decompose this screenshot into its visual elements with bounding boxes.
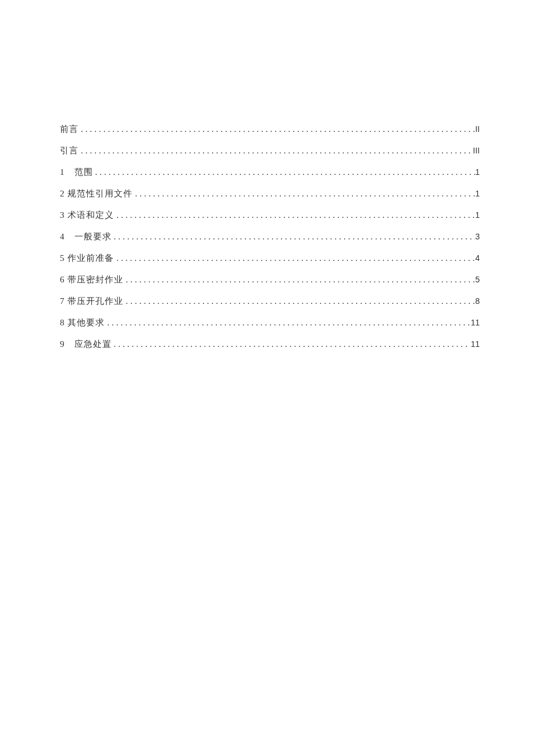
toc-entry: 3 术语和定义 1	[60, 210, 480, 221]
document-page: 前言 II 引言 III 1 范围 1 2 规范性引用文件 1 3 术语和定义 …	[0, 0, 535, 350]
toc-entry: 7 带压开孔作业 8	[60, 296, 480, 307]
toc-page-number: 3	[475, 232, 480, 241]
toc-page-number: 11	[470, 318, 480, 327]
toc-label: 1 范围	[60, 167, 93, 178]
toc-page-number: 11	[470, 339, 480, 349]
toc-leader	[93, 167, 476, 177]
toc-label: 6 带压密封作业	[60, 274, 123, 285]
toc-leader	[112, 232, 476, 242]
toc-leader	[114, 253, 475, 263]
toc-page-number: 1	[475, 167, 480, 177]
toc-label: 2 规范性引用文件	[60, 188, 133, 199]
toc-leader	[112, 339, 471, 349]
toc-label: 引言	[60, 145, 79, 156]
toc-label: 4 一般要求	[60, 231, 112, 242]
toc-label: 3 术语和定义	[60, 210, 114, 221]
toc-leader	[123, 296, 475, 306]
toc-page-number: 4	[475, 253, 480, 263]
toc-page-number: 8	[475, 296, 480, 306]
toc-label: 5 作业前准备	[60, 253, 114, 264]
toc-label: 前言	[60, 124, 79, 135]
toc-leader	[79, 124, 475, 134]
toc-label: 9 应急处置	[60, 339, 112, 350]
toc-entry: 8 其他要求 11	[60, 317, 480, 328]
toc-entry: 前言 II	[60, 124, 480, 135]
toc-leader	[133, 189, 475, 199]
toc-page-number: 1	[475, 210, 480, 220]
toc-entry: 引言 III	[60, 145, 480, 156]
toc-entry: 6 带压密封作业 5	[60, 274, 480, 285]
toc-page-number: III	[473, 146, 480, 155]
toc-leader	[105, 318, 470, 328]
toc-page-number: II	[475, 124, 480, 134]
toc-label: 8 其他要求	[60, 317, 105, 328]
toc-entry: 2 规范性引用文件 1	[60, 188, 480, 199]
toc-page-number: 1	[475, 189, 480, 198]
toc-leader	[123, 275, 475, 285]
toc-entry: 5 作业前准备 4	[60, 253, 480, 264]
toc-entry: 1 范围 1	[60, 167, 480, 178]
toc-label: 7 带压开孔作业	[60, 296, 123, 307]
toc-leader	[79, 146, 473, 156]
toc-leader	[114, 210, 475, 220]
toc-page-number: 5	[475, 275, 480, 284]
toc-entry: 9 应急处置 11	[60, 339, 480, 350]
toc-entry: 4 一般要求 3	[60, 231, 480, 242]
